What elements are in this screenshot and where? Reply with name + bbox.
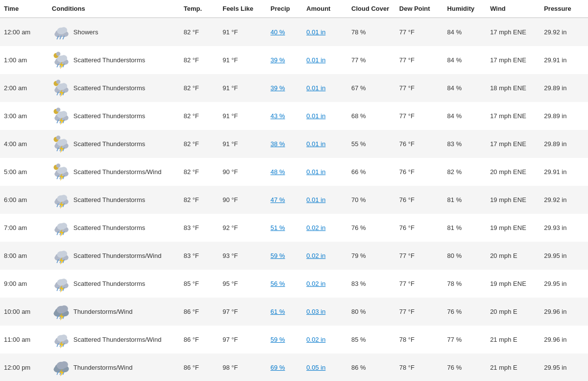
svg-point-58: [60, 167, 67, 173]
humidity-cell: 76 %: [443, 298, 487, 326]
time-cell: 1:00 am: [0, 46, 48, 74]
dew-point-cell: 77 °F: [395, 102, 443, 130]
precip-cell[interactable]: 39 %: [267, 46, 302, 74]
precip-cell[interactable]: 38 %: [267, 130, 302, 158]
feels-like-cell: 93 °F: [219, 242, 267, 270]
dew-point-cell: 76 °F: [395, 130, 443, 158]
svg-point-94: [60, 279, 67, 284]
time-cell: 3:00 am: [0, 102, 48, 130]
dew-point-cell: 76 °F: [395, 214, 443, 242]
time-cell: 11:00 am: [0, 326, 48, 354]
condition-label: Scattered Thunderstorms: [74, 280, 145, 287]
cloud-cover-cell: 86 %: [347, 354, 395, 381]
dew-point-cell: 76 °F: [395, 186, 443, 214]
header-amount: Amount: [302, 0, 347, 18]
precip-cell[interactable]: 40 %: [267, 18, 302, 46]
time-cell: 12:00 pm: [0, 354, 48, 381]
cloud-cover-cell: 80 %: [347, 298, 395, 326]
dew-point-cell: 77 °F: [395, 298, 443, 326]
condition-label: Scattered Thunderstorms: [74, 196, 145, 203]
humidity-cell: 80 %: [443, 242, 487, 270]
temp-cell: 82 °F: [180, 18, 219, 46]
header-cloud-cover: Cloud Cover: [347, 0, 395, 18]
condition-label: Scattered Thunderstorms/Wind: [74, 336, 162, 343]
feels-like-cell: 91 °F: [219, 102, 267, 130]
wind-cell: 17 mph ENE: [486, 18, 540, 46]
amount-cell[interactable]: 0.01 in: [302, 102, 347, 130]
cloud-cover-cell: 55 %: [347, 130, 395, 158]
condition-cell: Thunderstorms/Wind: [48, 298, 180, 326]
temp-cell: 82 °F: [180, 102, 219, 130]
amount-cell[interactable]: 0.01 in: [302, 18, 347, 46]
condition-cell: Scattered Thunderstorms/Wind: [48, 158, 180, 186]
cloud-cover-cell: 85 %: [347, 326, 395, 354]
condition-label: Scattered Thunderstorms/Wind: [74, 252, 162, 259]
svg-point-103: [60, 305, 68, 312]
table-row: 11:00 am Scattered Thunderstorms/Wind 86…: [0, 326, 588, 354]
amount-cell[interactable]: 0.05 in: [302, 354, 347, 381]
precip-cell[interactable]: 59 %: [267, 326, 302, 354]
pressure-cell: 29.95 in: [540, 354, 588, 381]
svg-point-67: [60, 195, 67, 201]
amount-cell[interactable]: 0.01 in: [302, 130, 347, 158]
condition-label: Scattered Thunderstorms: [74, 56, 145, 64]
precip-cell[interactable]: 51 %: [267, 214, 302, 242]
wind-cell: 19 mph ENE: [486, 214, 540, 242]
weather-icon: [52, 78, 71, 98]
condition-label: Scattered Thunderstorms: [74, 112, 145, 120]
amount-cell[interactable]: 0.02 in: [302, 242, 347, 270]
feels-like-cell: 90 °F: [219, 158, 267, 186]
precip-cell[interactable]: 69 %: [267, 354, 302, 381]
wind-cell: 17 mph ENE: [486, 102, 540, 130]
condition-label: Thunderstorms/Wind: [74, 364, 133, 371]
svg-point-53: [56, 163, 60, 168]
temp-cell: 82 °F: [180, 186, 219, 214]
pressure-cell: 29.91 in: [540, 46, 588, 74]
table-row: 12:00 am Showers 82 °F 91 °F 40 % 0.01 i…: [0, 18, 588, 46]
temp-cell: 86 °F: [180, 354, 219, 381]
header-dew-point: Dew Point: [395, 0, 443, 18]
wind-cell: 21 mph E: [486, 354, 540, 381]
header-conditions: Conditions: [48, 0, 180, 18]
svg-point-76: [60, 223, 67, 229]
precip-cell[interactable]: 47 %: [267, 186, 302, 214]
weather-icon: [52, 218, 71, 238]
condition-cell: Scattered Thunderstorms: [48, 130, 180, 158]
amount-cell[interactable]: 0.01 in: [302, 186, 347, 214]
dew-point-cell: 77 °F: [395, 18, 443, 46]
amount-cell[interactable]: 0.02 in: [302, 326, 347, 354]
weather-icon: [52, 302, 71, 322]
table-row: 2:00 am Scattered Thunderstorms 82 °F 91…: [0, 74, 588, 102]
precip-cell[interactable]: 61 %: [267, 298, 302, 326]
condition-cell: Scattered Thunderstorms: [48, 270, 180, 298]
pressure-cell: 29.93 in: [540, 214, 588, 242]
precip-cell[interactable]: 56 %: [267, 270, 302, 298]
header-feels-like: Feels Like: [219, 0, 267, 18]
condition-label: Scattered Thunderstorms/Wind: [74, 168, 162, 176]
dew-point-cell: 77 °F: [395, 74, 443, 102]
table-row: 4:00 am Scattered Thunderstorms 82 °F 91…: [0, 130, 588, 158]
amount-cell[interactable]: 0.01 in: [302, 46, 347, 74]
feels-like-cell: 91 °F: [219, 18, 267, 46]
condition-cell: Showers: [48, 18, 180, 46]
humidity-cell: 84 %: [443, 74, 487, 102]
amount-cell[interactable]: 0.02 in: [302, 270, 347, 298]
precip-cell[interactable]: 39 %: [267, 74, 302, 102]
amount-cell[interactable]: 0.03 in: [302, 298, 347, 326]
svg-point-42: [56, 135, 60, 140]
precip-cell[interactable]: 48 %: [267, 158, 302, 186]
time-cell: 4:00 am: [0, 130, 48, 158]
amount-cell[interactable]: 0.01 in: [302, 158, 347, 186]
amount-cell[interactable]: 0.01 in: [302, 74, 347, 102]
wind-cell: 19 mph ENE: [486, 270, 540, 298]
wind-cell: 19 mph ENE: [486, 186, 540, 214]
wind-cell: 17 mph ENE: [486, 130, 540, 158]
svg-point-112: [60, 334, 67, 340]
precip-cell[interactable]: 43 %: [267, 102, 302, 130]
cloud-cover-cell: 67 %: [347, 74, 395, 102]
pressure-cell: 29.89 in: [540, 130, 588, 158]
table-row: 10:00 am Thunderstorms/Wind 86 °F 97 °F …: [0, 298, 588, 326]
amount-cell[interactable]: 0.02 in: [302, 214, 347, 242]
weather-icon: [52, 50, 71, 70]
precip-cell[interactable]: 59 %: [267, 242, 302, 270]
